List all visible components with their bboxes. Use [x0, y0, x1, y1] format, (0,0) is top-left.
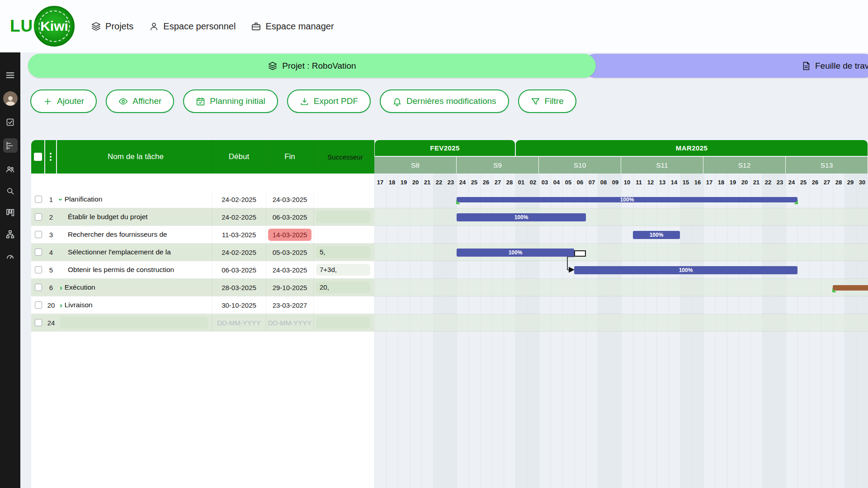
- day-header-cell: 08: [598, 174, 609, 191]
- successor-cell[interactable]: [314, 296, 374, 314]
- tasks-icon[interactable]: [5, 117, 16, 127]
- tab-project[interactable]: Projet : RoboVation: [28, 54, 596, 78]
- day-header-cell: 24: [786, 174, 797, 191]
- team-icon[interactable]: [5, 164, 16, 174]
- row-select-cell: [31, 191, 45, 208]
- successor-input[interactable]: 5,: [316, 246, 370, 258]
- user-avatar[interactable]: [3, 91, 18, 106]
- day-header-cell: 21: [750, 174, 762, 191]
- successor-cell[interactable]: [314, 191, 374, 208]
- nav-espace-personnel[interactable]: Espace personnel: [149, 21, 236, 32]
- end-date-cell[interactable]: 06-03-2025: [266, 208, 314, 225]
- task-name-cell[interactable]: ›Exécution: [57, 279, 212, 296]
- nav-espace-manager[interactable]: Espace manager: [251, 21, 334, 32]
- successor-cell[interactable]: [314, 208, 374, 225]
- milestone-marker-icon: [832, 288, 836, 292]
- successor-cell[interactable]: [314, 314, 374, 331]
- row-checkbox[interactable]: [35, 213, 42, 221]
- expand-chevron-icon[interactable]: ›: [60, 284, 62, 291]
- start-date-cell[interactable]: 24-02-2025: [212, 244, 266, 261]
- gantt-row-band: [374, 314, 868, 332]
- gantt-toolbar: Ajouter Afficher Planning initial Export…: [30, 89, 576, 113]
- successor-input[interactable]: [316, 317, 370, 328]
- briefcase-icon: [251, 21, 261, 32]
- ajouter-button[interactable]: Ajouter: [30, 89, 97, 113]
- successor-input[interactable]: 20,: [316, 282, 370, 293]
- gantt-view-icon[interactable]: [3, 138, 18, 153]
- row-checkbox[interactable]: [35, 301, 42, 309]
- row-number: 24: [45, 314, 57, 331]
- end-date-cell[interactable]: 23-03-2027: [266, 296, 314, 314]
- successor-cell[interactable]: 5,: [314, 244, 374, 261]
- column-header-name[interactable]: Nom de la tâche: [57, 140, 212, 174]
- task-name-cell[interactable]: [57, 314, 212, 331]
- row-select-cell: [31, 279, 45, 296]
- dashboard-icon[interactable]: [5, 250, 16, 261]
- filtre-button[interactable]: Filtre: [518, 89, 576, 113]
- successor-cell[interactable]: 20,: [314, 279, 374, 296]
- export-pdf-button[interactable]: Export PDF: [287, 89, 371, 113]
- task-name-cell[interactable]: Établir le budget du projet: [57, 208, 212, 225]
- day-header-cell: 05: [562, 174, 574, 191]
- nav-projets[interactable]: Projets: [91, 21, 133, 32]
- day-header-cell: 27: [821, 174, 833, 191]
- start-date-cell[interactable]: DD-MM-YYYY: [212, 314, 266, 331]
- dernieres-modifications-button[interactable]: Dernières modifications: [380, 89, 509, 113]
- start-date-cell[interactable]: 30-10-2025: [212, 296, 266, 314]
- row-checkbox[interactable]: [35, 284, 42, 291]
- column-header-successor[interactable]: Successeur: [314, 140, 374, 174]
- kebab-menu-icon[interactable]: [50, 153, 52, 161]
- column-header-end[interactable]: Fin: [266, 140, 314, 174]
- task-name-cell[interactable]: Sélectionner l'emplacement de la: [57, 244, 212, 261]
- gantt-bar[interactable]: 100%: [633, 231, 680, 239]
- start-date-cell[interactable]: 11-03-2025: [212, 226, 266, 243]
- end-date-cell[interactable]: 14-03-2025: [266, 226, 314, 243]
- successor-cell[interactable]: [314, 226, 374, 243]
- row-checkbox[interactable]: [35, 266, 42, 273]
- expand-chevron-icon[interactable]: ›: [60, 301, 62, 309]
- row-checkbox[interactable]: [35, 196, 42, 203]
- row-checkbox[interactable]: [35, 249, 42, 256]
- end-date-cell[interactable]: 24-03-2025: [266, 191, 314, 208]
- start-date-cell[interactable]: 28-03-2025: [212, 279, 266, 296]
- kanban-icon[interactable]: [5, 207, 16, 218]
- gantt-bar[interactable]: [833, 285, 868, 291]
- task-name-input[interactable]: [60, 317, 208, 328]
- tab-worksheet[interactable]: Feuille de trava: [583, 54, 868, 78]
- gantt-bar[interactable]: 100%: [457, 249, 574, 257]
- orgchart-icon[interactable]: [5, 229, 16, 239]
- day-header-cell: 13: [656, 174, 668, 191]
- afficher-button[interactable]: Afficher: [106, 89, 174, 113]
- expand-chevron-icon[interactable]: ›: [57, 198, 65, 201]
- gantt-bar[interactable]: 100%: [457, 213, 586, 221]
- end-date-cell[interactable]: 24-03-2025: [266, 261, 314, 278]
- day-header-cell: 25: [468, 174, 480, 191]
- button-label: Planning initial: [210, 96, 265, 106]
- planning-initial-button[interactable]: Planning initial: [183, 89, 278, 113]
- day-header-cell: 09: [609, 174, 621, 191]
- successor-input[interactable]: [316, 211, 370, 223]
- end-date-cell[interactable]: 29-10-2025: [266, 279, 314, 296]
- select-all-checkbox[interactable]: [34, 153, 42, 161]
- column-header-start[interactable]: Début: [212, 140, 266, 174]
- successor-input[interactable]: 7+3d,: [316, 264, 370, 276]
- row-checkbox[interactable]: [35, 319, 42, 326]
- task-name-cell[interactable]: ›Planification: [57, 191, 212, 208]
- row-checkbox[interactable]: [35, 231, 42, 238]
- start-date-cell[interactable]: 24-02-2025: [212, 208, 266, 225]
- app-logo[interactable]: LUC Kiwi: [10, 6, 75, 47]
- search-icon[interactable]: [5, 185, 16, 196]
- gantt-bar[interactable]: 100%: [457, 197, 797, 202]
- task-name-cell[interactable]: Obtenir les permis de construction: [57, 261, 212, 278]
- task-name-cell[interactable]: ›Livraison: [57, 296, 212, 314]
- end-date-cell[interactable]: 05-03-2025: [266, 244, 314, 261]
- task-name-cell[interactable]: Rechercher des fournisseurs de: [57, 226, 212, 243]
- successor-cell[interactable]: 7+3d,: [314, 261, 374, 278]
- gantt-bar[interactable]: 100%: [574, 266, 797, 274]
- end-date-cell[interactable]: DD-MM-YYYY: [266, 314, 314, 331]
- menu-toggle-button[interactable]: [5, 70, 16, 80]
- start-date-cell[interactable]: 24-02-2025: [212, 191, 266, 208]
- start-date-cell[interactable]: 06-03-2025: [212, 261, 266, 278]
- day-header-cell: 18: [386, 174, 398, 191]
- day-header-cell: 22: [762, 174, 774, 191]
